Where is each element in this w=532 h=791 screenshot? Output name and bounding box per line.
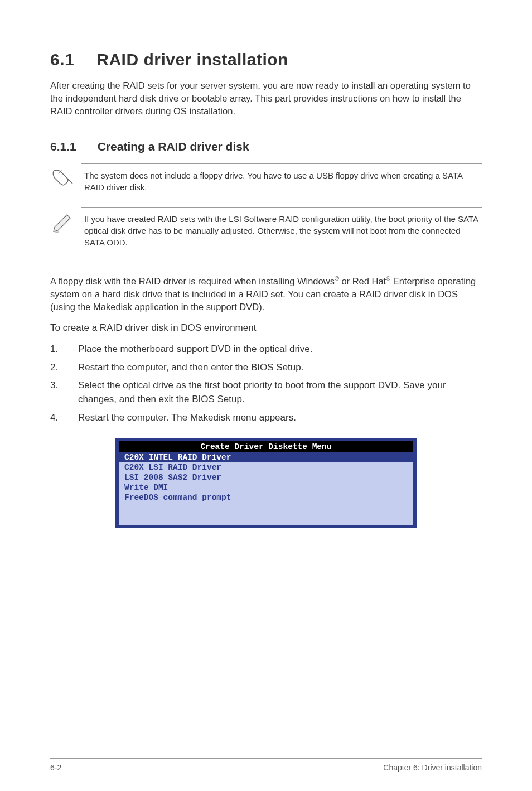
note-2-text: If you have created RAID sets with the L… <box>81 207 482 254</box>
step-number: 2. <box>50 361 78 375</box>
step-number: 4. <box>50 411 78 425</box>
body-p1: A floppy disk with the RAID driver is re… <box>50 276 335 286</box>
intro-paragraph: After creating the RAID sets for your se… <box>50 79 482 118</box>
step-text: Restart the computer, and then enter the… <box>78 361 303 375</box>
menu-inner: Create Driver Diskette Menu C20X INTEL R… <box>119 441 413 525</box>
to-create-line: To create a RAID driver disk in DOS envi… <box>50 322 482 334</box>
step-number: 1. <box>50 343 78 356</box>
page-heading: 6.1RAID driver installation <box>50 50 482 69</box>
registered-mark: ® <box>335 275 339 282</box>
info-hand-icon <box>50 163 81 189</box>
note-1-text: The system does not include a floppy dri… <box>81 163 482 199</box>
pencil-icon <box>50 207 81 238</box>
list-item: 4. Restart the computer. The Makedisk me… <box>50 411 482 425</box>
registered-mark: ® <box>386 275 390 282</box>
step-number: 3. <box>50 379 78 406</box>
list-item: 3. Select the optical drive as the first… <box>50 379 482 406</box>
heading-number: 6.1 <box>50 50 74 69</box>
body-paragraph: A floppy disk with the RAID driver is re… <box>50 274 482 313</box>
steps-list: 1. Place the motherboard support DVD in … <box>50 343 482 425</box>
menu-title: Create Driver Diskette Menu <box>119 441 413 452</box>
note-block-1: The system does not include a floppy dri… <box>50 163 482 199</box>
footer-page-number: 6-2 <box>50 763 61 772</box>
menu-item: LSI 2008 SAS2 Driver <box>119 472 413 483</box>
footer-chapter: Chapter 6: Driver installation <box>383 763 482 772</box>
menu-item: FreeDOS command prompt <box>119 493 413 503</box>
sub-heading-title: Creating a RAID driver disk <box>98 140 249 153</box>
menu-item: Write DMI <box>119 483 413 493</box>
note-block-2: If you have created RAID sets with the L… <box>50 207 482 254</box>
sub-heading: 6.1.1Creating a RAID driver disk <box>50 140 482 153</box>
step-text: Place the motherboard support DVD in the… <box>78 343 313 356</box>
menu-screenshot: Create Driver Diskette Menu C20X INTEL R… <box>115 438 417 528</box>
step-text: Select the optical drive as the first bo… <box>78 379 482 406</box>
menu-item: C20X LSI RAID Driver <box>119 462 413 472</box>
footer-rule <box>50 758 482 759</box>
list-item: 2. Restart the computer, and then enter … <box>50 361 482 375</box>
menu-item-selected: C20X INTEL RAID Driver <box>119 452 413 462</box>
heading-title: RAID driver installation <box>96 50 288 69</box>
list-item: 1. Place the motherboard support DVD in … <box>50 343 482 356</box>
sub-heading-number: 6.1.1 <box>50 140 76 153</box>
step-text: Restart the computer. The Makedisk menu … <box>78 411 296 425</box>
menu-spacer <box>119 503 413 525</box>
body-p2: or Red Hat <box>339 276 386 286</box>
